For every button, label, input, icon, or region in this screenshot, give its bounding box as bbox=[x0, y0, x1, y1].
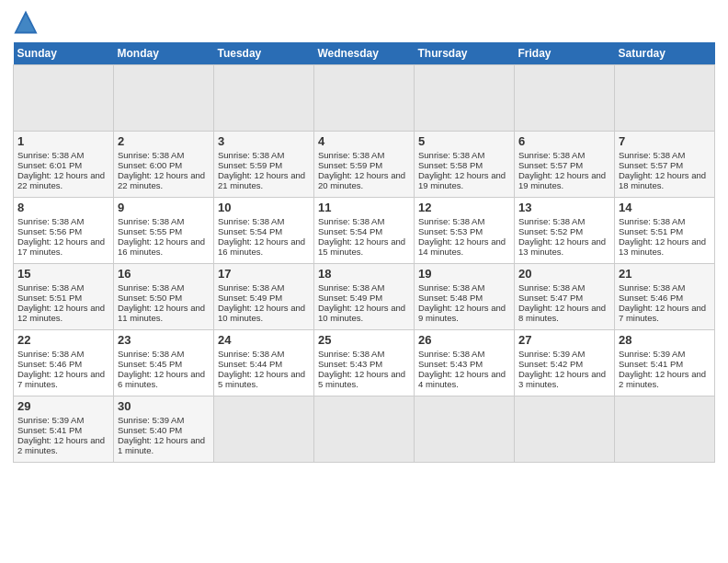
daylight-label: Daylight: 12 hours and 9 minutes. bbox=[418, 303, 506, 323]
sunset-label: Sunset: 5:53 PM bbox=[418, 226, 483, 236]
day-number: 11 bbox=[318, 201, 410, 214]
daylight-label: Daylight: 12 hours and 5 minutes. bbox=[318, 369, 405, 389]
calendar-week-row bbox=[14, 65, 715, 132]
calendar-week-row: 29 Sunrise: 5:39 AM Sunset: 5:41 PM Dayl… bbox=[14, 396, 715, 463]
sunset-label: Sunset: 5:47 PM bbox=[518, 293, 583, 303]
daylight-label: Daylight: 12 hours and 7 minutes. bbox=[17, 369, 105, 389]
calendar-cell: 6 Sunrise: 5:38 AM Sunset: 5:57 PM Dayli… bbox=[515, 132, 615, 198]
calendar-cell: 23 Sunrise: 5:38 AM Sunset: 5:45 PM Dayl… bbox=[114, 330, 214, 396]
daylight-label: Daylight: 12 hours and 1 minute. bbox=[118, 435, 205, 455]
day-number: 4 bbox=[318, 134, 410, 148]
col-wednesday: Wednesday bbox=[314, 42, 415, 65]
calendar-cell: 17 Sunrise: 5:38 AM Sunset: 5:49 PM Dayl… bbox=[214, 264, 314, 330]
day-number: 12 bbox=[418, 201, 510, 214]
day-number: 1 bbox=[17, 134, 109, 148]
sunrise-label: Sunrise: 5:39 AM bbox=[518, 349, 585, 359]
calendar-week-row: 15 Sunrise: 5:38 AM Sunset: 5:51 PM Dayl… bbox=[14, 264, 715, 330]
daylight-label: Daylight: 12 hours and 12 minutes. bbox=[17, 303, 105, 323]
day-number: 13 bbox=[518, 201, 610, 214]
sunset-label: Sunset: 5:45 PM bbox=[118, 359, 182, 369]
col-sunday: Sunday bbox=[14, 42, 114, 65]
sunrise-label: Sunrise: 5:38 AM bbox=[318, 282, 384, 293]
sunset-label: Sunset: 6:01 PM bbox=[17, 160, 82, 170]
day-number: 30 bbox=[118, 399, 210, 413]
calendar-week-row: 8 Sunrise: 5:38 AM Sunset: 5:56 PM Dayli… bbox=[14, 198, 715, 264]
daylight-label: Daylight: 12 hours and 14 minutes. bbox=[418, 236, 506, 257]
logo-icon bbox=[13, 9, 39, 35]
calendar-cell: 14 Sunrise: 5:38 AM Sunset: 5:51 PM Dayl… bbox=[615, 198, 715, 264]
calendar-cell: 26 Sunrise: 5:38 AM Sunset: 5:43 PM Dayl… bbox=[415, 330, 515, 396]
day-number: 15 bbox=[17, 267, 109, 281]
daylight-label: Daylight: 12 hours and 2 minutes. bbox=[17, 435, 105, 455]
calendar-cell: 13 Sunrise: 5:38 AM Sunset: 5:52 PM Dayl… bbox=[515, 198, 615, 264]
daylight-label: Daylight: 12 hours and 8 minutes. bbox=[518, 303, 606, 323]
daylight-label: Daylight: 12 hours and 21 minutes. bbox=[218, 170, 305, 190]
calendar-cell: 7 Sunrise: 5:38 AM Sunset: 5:57 PM Dayli… bbox=[615, 132, 715, 198]
sunrise-label: Sunrise: 5:38 AM bbox=[418, 349, 484, 359]
daylight-label: Daylight: 12 hours and 20 minutes. bbox=[318, 170, 405, 190]
calendar-cell: 22 Sunrise: 5:38 AM Sunset: 5:46 PM Dayl… bbox=[14, 330, 114, 396]
sunrise-label: Sunrise: 5:38 AM bbox=[418, 282, 484, 293]
sunrise-label: Sunrise: 5:38 AM bbox=[17, 150, 84, 160]
sunset-label: Sunset: 5:54 PM bbox=[318, 226, 382, 236]
daylight-label: Daylight: 12 hours and 18 minutes. bbox=[619, 170, 706, 190]
daylight-label: Daylight: 12 hours and 10 minutes. bbox=[218, 303, 305, 323]
sunset-label: Sunset: 5:52 PM bbox=[518, 226, 583, 236]
svg-marker-1 bbox=[17, 15, 35, 32]
calendar-table: Sunday Monday Tuesday Wednesday Thursday… bbox=[13, 42, 715, 463]
calendar-cell: 18 Sunrise: 5:38 AM Sunset: 5:49 PM Dayl… bbox=[314, 264, 415, 330]
sunrise-label: Sunrise: 5:38 AM bbox=[619, 150, 685, 160]
sunset-label: Sunset: 5:51 PM bbox=[619, 226, 683, 236]
sunrise-label: Sunrise: 5:38 AM bbox=[17, 282, 84, 293]
day-number: 8 bbox=[17, 201, 109, 214]
calendar-week-row: 1 Sunrise: 5:38 AM Sunset: 6:01 PM Dayli… bbox=[14, 132, 715, 198]
calendar-cell bbox=[114, 65, 214, 132]
sunset-label: Sunset: 5:46 PM bbox=[17, 359, 82, 369]
sunrise-label: Sunrise: 5:39 AM bbox=[17, 415, 84, 425]
calendar-cell: 20 Sunrise: 5:38 AM Sunset: 5:47 PM Dayl… bbox=[515, 264, 615, 330]
page-container: Sunday Monday Tuesday Wednesday Thursday… bbox=[0, 0, 728, 472]
sunrise-label: Sunrise: 5:38 AM bbox=[619, 282, 685, 293]
sunrise-label: Sunrise: 5:38 AM bbox=[418, 216, 484, 226]
calendar-cell: 21 Sunrise: 5:38 AM Sunset: 5:46 PM Dayl… bbox=[615, 264, 715, 330]
sunset-label: Sunset: 5:55 PM bbox=[118, 226, 182, 236]
day-number: 18 bbox=[318, 267, 410, 281]
sunset-label: Sunset: 5:49 PM bbox=[218, 293, 282, 303]
daylight-label: Daylight: 12 hours and 19 minutes. bbox=[418, 170, 506, 190]
sunset-label: Sunset: 5:59 PM bbox=[218, 160, 282, 170]
logo bbox=[13, 9, 40, 35]
daylight-label: Daylight: 12 hours and 19 minutes. bbox=[518, 170, 606, 190]
calendar-cell: 24 Sunrise: 5:38 AM Sunset: 5:44 PM Dayl… bbox=[214, 330, 314, 396]
daylight-label: Daylight: 12 hours and 15 minutes. bbox=[318, 236, 405, 257]
calendar-cell: 28 Sunrise: 5:39 AM Sunset: 5:41 PM Dayl… bbox=[615, 330, 715, 396]
calendar-header-row: Sunday Monday Tuesday Wednesday Thursday… bbox=[14, 42, 715, 65]
sunset-label: Sunset: 5:40 PM bbox=[118, 425, 182, 435]
sunrise-label: Sunrise: 5:38 AM bbox=[518, 150, 585, 160]
calendar-cell bbox=[14, 65, 114, 132]
col-tuesday: Tuesday bbox=[214, 42, 314, 65]
sunrise-label: Sunrise: 5:38 AM bbox=[318, 216, 384, 226]
calendar-cell: 9 Sunrise: 5:38 AM Sunset: 5:55 PM Dayli… bbox=[114, 198, 214, 264]
day-number: 6 bbox=[518, 134, 610, 148]
calendar-cell: 4 Sunrise: 5:38 AM Sunset: 5:59 PM Dayli… bbox=[314, 132, 415, 198]
sunrise-label: Sunrise: 5:38 AM bbox=[118, 349, 184, 359]
sunrise-label: Sunrise: 5:38 AM bbox=[318, 150, 384, 160]
day-number: 23 bbox=[118, 333, 210, 347]
day-number: 5 bbox=[418, 134, 510, 148]
sunset-label: Sunset: 5:42 PM bbox=[518, 359, 583, 369]
daylight-label: Daylight: 12 hours and 4 minutes. bbox=[418, 369, 506, 389]
sunrise-label: Sunrise: 5:38 AM bbox=[17, 349, 84, 359]
day-number: 24 bbox=[218, 333, 310, 347]
daylight-label: Daylight: 12 hours and 13 minutes. bbox=[518, 236, 606, 257]
calendar-cell: 1 Sunrise: 5:38 AM Sunset: 6:01 PM Dayli… bbox=[14, 132, 114, 198]
calendar-cell: 11 Sunrise: 5:38 AM Sunset: 5:54 PM Dayl… bbox=[314, 198, 415, 264]
sunset-label: Sunset: 5:50 PM bbox=[118, 293, 182, 303]
calendar-cell: 29 Sunrise: 5:39 AM Sunset: 5:41 PM Dayl… bbox=[14, 396, 114, 463]
calendar-cell: 3 Sunrise: 5:38 AM Sunset: 5:59 PM Dayli… bbox=[214, 132, 314, 198]
page-header bbox=[13, 9, 715, 35]
col-thursday: Thursday bbox=[415, 42, 515, 65]
sunset-label: Sunset: 5:43 PM bbox=[318, 359, 382, 369]
daylight-label: Daylight: 12 hours and 22 minutes. bbox=[17, 170, 105, 190]
calendar-cell: 19 Sunrise: 5:38 AM Sunset: 5:48 PM Dayl… bbox=[415, 264, 515, 330]
sunset-label: Sunset: 5:57 PM bbox=[518, 160, 583, 170]
